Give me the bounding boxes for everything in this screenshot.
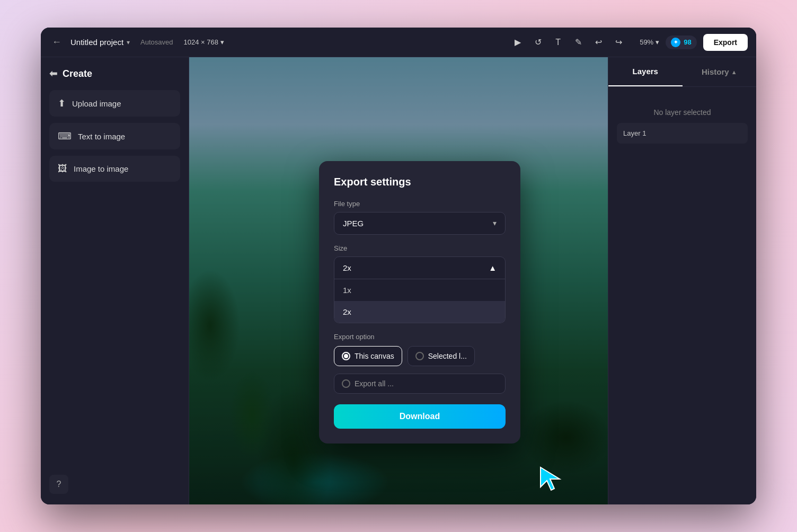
autosaved-status: Autosaved — [140, 38, 173, 46]
file-type-chevron: ▾ — [493, 219, 497, 227]
layer-content: No layer selected Layer 1 — [608, 87, 756, 504]
download-button[interactable]: Download — [334, 404, 506, 429]
sidebar-item-upload-image-label: Upload image — [72, 99, 121, 108]
credit-icon: ✦ — [671, 38, 680, 47]
undo-tool[interactable]: ↩ — [590, 34, 607, 51]
sidebar-create-label: Create — [63, 68, 92, 79]
this-canvas-radio — [342, 352, 350, 360]
svg-marker-0 — [541, 467, 560, 490]
canvas-area[interactable]: Export settings File type JPEG ▾ Size 2x… — [189, 57, 608, 504]
export-button[interactable]: Export — [703, 34, 748, 51]
layers-tab-label: Layers — [633, 67, 658, 76]
credits-badge[interactable]: ✦ 98 — [666, 36, 696, 49]
zoom-control[interactable]: 59% ▾ — [640, 38, 659, 46]
export-all-button[interactable]: Export all ... — [334, 374, 506, 394]
rotate-tool[interactable]: ↺ — [529, 34, 546, 51]
right-sidebar: Layers History ▲ No layer selected Layer… — [608, 57, 756, 504]
toolbar: ▶ ↺ T ✎ ↩ ↪ — [509, 34, 627, 51]
modal-title: Export settings — [334, 176, 506, 188]
tab-layers[interactable]: Layers — [608, 57, 683, 86]
redo-tool[interactable]: ↪ — [610, 34, 627, 51]
export-all-label: Export all ... — [355, 379, 394, 388]
size-chevron: ▲ — [489, 263, 497, 272]
image-to-image-icon: 🖼 — [58, 163, 67, 174]
text-tool[interactable]: T — [550, 34, 566, 51]
select-tool[interactable]: ▶ — [509, 34, 526, 51]
size-selected-value: 2x — [343, 263, 351, 272]
export-option-label: Export option — [334, 333, 506, 341]
file-type-select[interactable]: JPEG ▾ — [334, 212, 506, 235]
history-tab-label: History — [702, 67, 729, 76]
back-icon: ← — [52, 37, 61, 48]
zoom-chevron: ▾ — [656, 38, 659, 46]
size-dropdown: 2x ▲ 1x 2x — [334, 256, 506, 323]
size-selector[interactable]: 2x ▲ — [334, 256, 506, 279]
no-layer-text: No layer selected — [617, 108, 748, 117]
sidebar-item-text-to-image-label: Text to image — [78, 132, 125, 141]
help-button[interactable]: ? — [49, 475, 68, 494]
selected-radio — [415, 352, 424, 360]
help-icon: ? — [57, 480, 61, 489]
main-area: ⬅ Create ⬆ Upload image ⌨ Text to image … — [41, 57, 756, 504]
layer-item[interactable]: Layer 1 — [617, 123, 748, 144]
back-button[interactable]: ← — [49, 35, 64, 50]
dimensions-value: 1024 × 768 — [184, 38, 218, 46]
selected-button[interactable]: Selected l... — [408, 346, 475, 366]
sidebar-bottom: ? — [49, 475, 180, 494]
dimensions-chevron: ▾ — [220, 38, 224, 46]
project-title: Untitled project — [70, 38, 123, 47]
size-option-2x-label: 2x — [343, 307, 351, 316]
size-label: Size — [334, 244, 506, 252]
history-chevron: ▲ — [731, 69, 737, 75]
size-option-1x-label: 1x — [343, 286, 351, 295]
export-all-radio — [342, 379, 350, 388]
topbar-right: 59% ▾ ✦ 98 Export — [640, 34, 748, 51]
app-window: ← Untitled project ▾ Autosaved 1024 × 76… — [41, 28, 756, 504]
selected-label: Selected l... — [428, 352, 467, 360]
sidebar-item-text-to-image[interactable]: ⌨ Text to image — [49, 123, 180, 149]
canvas-dimensions[interactable]: 1024 × 768 ▾ — [184, 38, 224, 46]
topbar: ← Untitled project ▾ Autosaved 1024 × 76… — [41, 28, 756, 57]
this-canvas-label: This canvas — [355, 352, 394, 360]
no-layer-message: No layer selected — [653, 108, 711, 117]
sidebar-item-image-to-image-label: Image to image — [74, 164, 128, 173]
export-options: This canvas Selected l... — [334, 346, 506, 366]
layer-item-label: Layer 1 — [623, 129, 646, 137]
modal-overlay: Export settings File type JPEG ▾ Size 2x… — [189, 57, 608, 504]
size-option-1x[interactable]: 1x — [334, 279, 505, 301]
credits-value: 98 — [684, 38, 691, 46]
left-sidebar: ⬅ Create ⬆ Upload image ⌨ Text to image … — [41, 57, 189, 504]
sidebar-item-upload-image[interactable]: ⬆ Upload image — [49, 90, 180, 117]
upload-image-icon: ⬆ — [58, 97, 66, 109]
tab-history[interactable]: History ▲ — [683, 57, 757, 86]
sidebar-item-image-to-image[interactable]: 🖼 Image to image — [49, 156, 180, 182]
export-modal: Export settings File type JPEG ▾ Size 2x… — [319, 161, 520, 444]
right-tabs: Layers History ▲ — [608, 57, 756, 87]
size-option-2x[interactable]: 2x — [334, 301, 505, 323]
size-options-list: 1x 2x — [334, 279, 506, 323]
create-icon: ⬅ — [49, 68, 57, 79]
pen-tool[interactable]: ✎ — [570, 34, 587, 51]
this-canvas-button[interactable]: This canvas — [334, 346, 402, 366]
file-type-value: JPEG — [343, 219, 364, 228]
sidebar-header: ⬅ Create — [49, 68, 180, 79]
text-to-image-icon: ⌨ — [58, 130, 72, 142]
file-type-label: File type — [334, 200, 506, 208]
zoom-value: 59% — [640, 38, 653, 46]
project-title-chevron: ▾ — [127, 39, 130, 46]
project-title-area[interactable]: Untitled project ▾ — [70, 38, 130, 47]
